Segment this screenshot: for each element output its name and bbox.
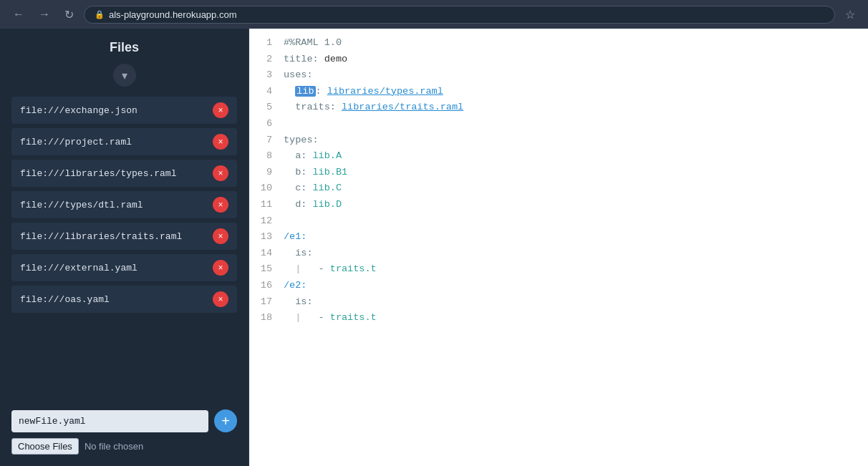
line-content-16: /e2:: [284, 277, 307, 293]
add-file-button[interactable]: +: [214, 409, 237, 432]
lock-icon: 🔒: [95, 10, 105, 19]
new-file-input[interactable]: [11, 410, 208, 432]
editor-panel[interactable]: 1 #%RAML 1.0 2 title: demo 3 uses: 4 lib…: [249, 29, 868, 466]
code-line-12: 12: [249, 213, 868, 229]
choose-files-row: Choose Files No file chosen: [11, 438, 237, 455]
code-line-11: 11 d: lib.D: [249, 196, 868, 213]
line-content-1: #%RAML 1.0: [284, 34, 342, 51]
line-num-2: 2: [249, 51, 284, 67]
line-num-15: 15: [249, 261, 284, 277]
file-name: file:///project.raml: [20, 137, 132, 147]
code-line-6: 6: [249, 115, 868, 132]
line-num-16: 16: [249, 277, 284, 293]
file-item[interactable]: file:///libraries/traits.raml ×: [11, 223, 237, 250]
code-line-8: 8 a: lib.A: [249, 147, 868, 164]
code-line-18: 18 | - traits.t: [249, 309, 868, 326]
code-line-4: 4 lib: libraries/types.raml: [249, 83, 868, 99]
url-text: als-playground.herokuapp.com: [109, 9, 237, 20]
line-num-18: 18: [249, 309, 284, 326]
line-content-3: uses:: [284, 67, 313, 83]
line-num-14: 14: [249, 245, 284, 261]
line-num-5: 5: [249, 99, 284, 115]
collapse-button[interactable]: ▾: [113, 64, 136, 87]
code-line-17: 17 is:: [249, 293, 868, 310]
code-editor: 1 #%RAML 1.0 2 title: demo 3 uses: 4 lib…: [249, 34, 868, 326]
line-content-10: c: lib.C: [284, 180, 342, 196]
file-name: file:///types/dtl.raml: [20, 200, 143, 210]
line-num-9: 9: [249, 164, 284, 180]
no-file-label: No file chosen: [85, 441, 143, 452]
code-line-5: 5 traits: libraries/traits.raml: [249, 99, 868, 115]
remove-file-button[interactable]: ×: [213, 291, 228, 307]
line-content-8: a: lib.A: [284, 147, 342, 164]
line-num-3: 3: [249, 67, 284, 83]
line-num-4: 4: [249, 83, 284, 99]
file-item[interactable]: file:///project.raml ×: [11, 128, 237, 155]
address-bar[interactable]: 🔒 als-playground.herokuapp.com: [84, 6, 835, 24]
line-content-11: d: lib.D: [284, 196, 342, 213]
remove-file-button[interactable]: ×: [213, 102, 228, 118]
code-line-15: 15 | - traits.t: [249, 261, 868, 277]
file-name: file:///oas.yaml: [20, 294, 110, 305]
reload-button[interactable]: ↻: [60, 5, 78, 24]
code-line-2: 2 title: demo: [249, 51, 868, 67]
file-name: file:///libraries/traits.raml: [20, 231, 182, 242]
line-num-11: 11: [249, 196, 284, 213]
remove-file-button[interactable]: ×: [213, 134, 228, 150]
file-name: file:///external.yaml: [20, 263, 138, 273]
code-line-10: 10 c: lib.C: [249, 180, 868, 196]
file-item[interactable]: file:///types/dtl.raml ×: [11, 191, 237, 218]
line-num-7: 7: [249, 132, 284, 148]
line-num-6: 6: [249, 115, 284, 132]
line-num-8: 8: [249, 147, 284, 164]
bookmark-button[interactable]: ☆: [841, 5, 859, 24]
new-file-row: +: [11, 409, 237, 432]
sidebar-title: Files: [11, 40, 237, 55]
file-item[interactable]: file:///exchange.json ×: [11, 97, 237, 124]
line-content-4: lib: libraries/types.raml: [284, 83, 443, 99]
browser-bar: ← → ↻ 🔒 als-playground.herokuapp.com ☆: [0, 0, 868, 29]
code-line-1: 1 #%RAML 1.0: [249, 34, 868, 51]
remove-file-button[interactable]: ×: [213, 228, 228, 244]
main-content: Files ▾ file:///exchange.json × file:///…: [0, 29, 868, 466]
line-num-12: 12: [249, 213, 284, 229]
line-content-15: | - traits.t: [284, 261, 377, 277]
line-content-14: is:: [284, 245, 313, 261]
code-line-16: 16 /e2:: [249, 277, 868, 293]
choose-files-button[interactable]: Choose Files: [11, 438, 79, 455]
file-item[interactable]: file:///libraries/types.raml ×: [11, 160, 237, 187]
file-name: file:///libraries/types.raml: [20, 168, 176, 179]
collapse-section: ▾: [11, 64, 237, 87]
line-content-9: b: lib.B1: [284, 164, 347, 180]
code-line-13: 13 /e1:: [249, 228, 868, 245]
code-line-14: 14 is:: [249, 245, 868, 261]
file-item[interactable]: file:///external.yaml ×: [11, 254, 237, 281]
code-line-7: 7 types:: [249, 132, 868, 148]
code-line-3: 3 uses:: [249, 67, 868, 83]
code-line-9: 9 b: lib.B1: [249, 164, 868, 180]
sidebar: Files ▾ file:///exchange.json × file:///…: [0, 29, 249, 466]
file-list: file:///exchange.json × file:///project.…: [11, 97, 237, 402]
line-content-5: traits: libraries/traits.raml: [284, 99, 463, 115]
back-button[interactable]: ←: [9, 5, 29, 24]
line-content-2: title: demo: [284, 51, 347, 67]
file-item[interactable]: file:///oas.yaml ×: [11, 286, 237, 313]
line-content-13: /e1:: [284, 228, 307, 245]
line-num-1: 1: [249, 34, 284, 51]
line-num-10: 10: [249, 180, 284, 196]
file-name: file:///exchange.json: [20, 105, 138, 116]
remove-file-button[interactable]: ×: [213, 197, 228, 213]
line-content-17: is:: [284, 293, 313, 310]
remove-file-button[interactable]: ×: [213, 260, 228, 276]
line-content-18: | - traits.t: [284, 309, 377, 326]
line-num-13: 13: [249, 228, 284, 245]
line-content-7: types:: [284, 132, 319, 148]
line-num-17: 17: [249, 293, 284, 310]
remove-file-button[interactable]: ×: [213, 165, 228, 181]
forward-button[interactable]: →: [34, 5, 54, 24]
